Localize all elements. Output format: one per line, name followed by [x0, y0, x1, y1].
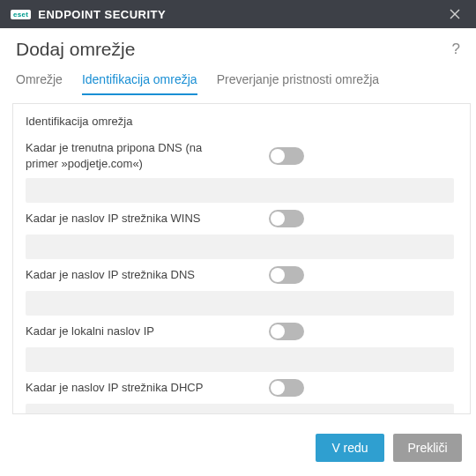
- input-dns-ip[interactable]: [26, 291, 454, 316]
- dialog-footer: V redu Prekliči: [0, 421, 476, 476]
- toggle-dhcp-ip[interactable]: [269, 379, 304, 397]
- input-wins-ip[interactable]: [26, 234, 454, 259]
- brand-badge: eset: [11, 10, 31, 19]
- row-local-ip: Kadar je lokalni naslov IP: [26, 323, 454, 372]
- row-label: Kadar je trenutna pripona DNS (na primer…: [26, 140, 228, 171]
- toggle-dns-suffix[interactable]: [269, 147, 304, 165]
- close-button[interactable]: [443, 2, 467, 26]
- help-button[interactable]: ?: [452, 41, 460, 58]
- input-dhcp-ip[interactable]: [26, 404, 454, 413]
- dialog-header: Dodaj omrežje ?: [0, 28, 476, 67]
- toggle-wins-ip[interactable]: [269, 210, 304, 227]
- input-dns-suffix[interactable]: [26, 178, 454, 203]
- app-window: eset ENDPOINT SECURITY Dodaj omrežje ? O…: [0, 0, 476, 476]
- tab-bar: Omrežje Identifikacija omrežja Preverjan…: [0, 67, 476, 96]
- settings-scroll[interactable]: Identifikacija omrežja Kadar je trenutna…: [13, 104, 470, 413]
- tab-network-authentication[interactable]: Preverjanje pristnosti omrežja: [217, 67, 379, 95]
- section-title: Identifikacija omrežja: [26, 115, 454, 128]
- ok-button[interactable]: V redu: [316, 434, 384, 462]
- row-label: Kadar je naslov IP strežnika DNS: [26, 267, 195, 283]
- panel-wrap: Identifikacija omrežja Kadar je trenutna…: [0, 96, 476, 421]
- tab-network-identification[interactable]: Identifikacija omrežja: [82, 67, 197, 95]
- toggle-local-ip[interactable]: [269, 323, 304, 340]
- settings-panel: Identifikacija omrežja Kadar je trenutna…: [12, 103, 471, 414]
- dialog-title: Dodaj omrežje: [16, 39, 135, 60]
- close-icon: [450, 9, 460, 19]
- row-label: Kadar je naslov IP strežnika WINS: [26, 211, 200, 227]
- toggle-dns-ip[interactable]: [269, 266, 304, 284]
- input-local-ip[interactable]: [26, 347, 454, 372]
- row-wins-ip: Kadar je naslov IP strežnika WINS: [26, 210, 454, 259]
- row-dns-ip: Kadar je naslov IP strežnika DNS: [26, 266, 454, 316]
- cancel-button[interactable]: Prekliči: [393, 434, 462, 462]
- product-name: ENDPOINT SECURITY: [38, 8, 166, 21]
- row-label: Kadar je lokalni naslov IP: [26, 324, 154, 339]
- row-dns-suffix: Kadar je trenutna pripona DNS (na primer…: [26, 140, 454, 203]
- row-label: Kadar je naslov IP strežnika DHCP: [26, 380, 203, 396]
- tab-network[interactable]: Omrežje: [16, 67, 63, 95]
- row-dhcp-ip: Kadar je naslov IP strežnika DHCP: [26, 379, 454, 413]
- titlebar: eset ENDPOINT SECURITY: [0, 0, 476, 28]
